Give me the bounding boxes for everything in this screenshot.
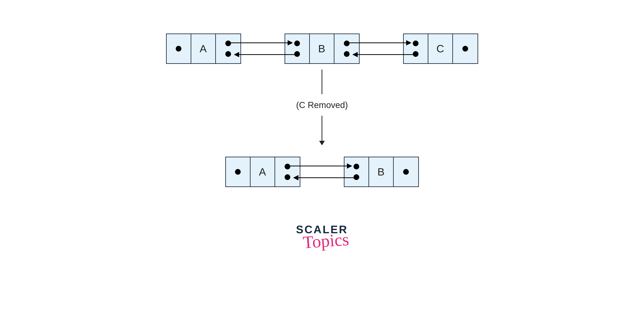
arrow-a-to-b <box>229 43 292 43</box>
null-dot-icon <box>176 46 182 52</box>
next-ptr-cell <box>275 157 300 186</box>
data-cell: A <box>191 34 216 63</box>
transition: (C Removed) <box>296 70 348 144</box>
pointer-dot-icon <box>225 51 231 57</box>
arrowhead-left-icon <box>352 52 358 57</box>
arrow-b-to-a-after <box>294 177 357 178</box>
arrowhead-right-icon <box>406 40 412 46</box>
arrowhead-down-icon <box>319 141 325 145</box>
pointer-dot-icon <box>344 41 350 46</box>
pointer-dot-icon <box>354 164 359 169</box>
after-row: A B <box>225 157 419 187</box>
pointer-dot-icon <box>413 51 418 57</box>
pointer-dot-icon <box>294 51 300 57</box>
data-cell: B <box>310 34 334 63</box>
node-b: B <box>284 34 360 64</box>
pointer-dot-icon <box>284 174 290 180</box>
arrow-c-to-b <box>354 54 416 55</box>
diagram-container: A B C <box>133 26 512 291</box>
node-b: B <box>344 157 419 187</box>
brand-line2: Topics <box>299 229 352 253</box>
pointer-dot-icon <box>344 51 350 57</box>
node-a: A <box>166 34 241 64</box>
pointer-dot-icon <box>294 41 300 46</box>
pointer-dot-icon <box>225 41 231 46</box>
null-dot-icon <box>462 46 468 52</box>
next-null-cell <box>394 157 418 186</box>
arrowhead-left-icon <box>234 52 239 57</box>
arrowhead-left-icon <box>293 175 298 180</box>
node-a: A <box>225 157 300 187</box>
transition-line <box>322 70 322 94</box>
null-dot-icon <box>403 169 409 175</box>
node-c: C <box>403 34 478 64</box>
next-ptr-cell <box>216 34 240 63</box>
prev-null-cell <box>226 157 250 186</box>
transition-arrow <box>322 116 322 144</box>
transition-label: (C Removed) <box>296 100 348 110</box>
prev-ptr-cell <box>285 34 310 63</box>
data-cell: A <box>250 157 275 186</box>
brand-logo: SCALER Topics <box>296 223 348 251</box>
next-ptr-cell <box>334 34 359 63</box>
pointer-dot-icon <box>284 164 290 169</box>
arrowhead-right-icon <box>347 163 352 169</box>
prev-ptr-cell <box>344 157 369 186</box>
prev-ptr-cell <box>404 34 428 63</box>
arrow-a-to-b-after <box>288 166 351 166</box>
prev-null-cell <box>167 34 191 63</box>
data-cell: C <box>428 34 453 63</box>
arrow-b-to-c <box>348 43 410 43</box>
null-dot-icon <box>235 169 241 175</box>
pointer-dot-icon <box>413 41 418 46</box>
pointer-dot-icon <box>354 174 359 180</box>
arrow-b-to-a <box>235 54 298 55</box>
next-null-cell <box>453 34 478 63</box>
arrowhead-right-icon <box>288 40 293 46</box>
before-row: A B C <box>166 34 478 64</box>
data-cell: B <box>369 157 394 186</box>
